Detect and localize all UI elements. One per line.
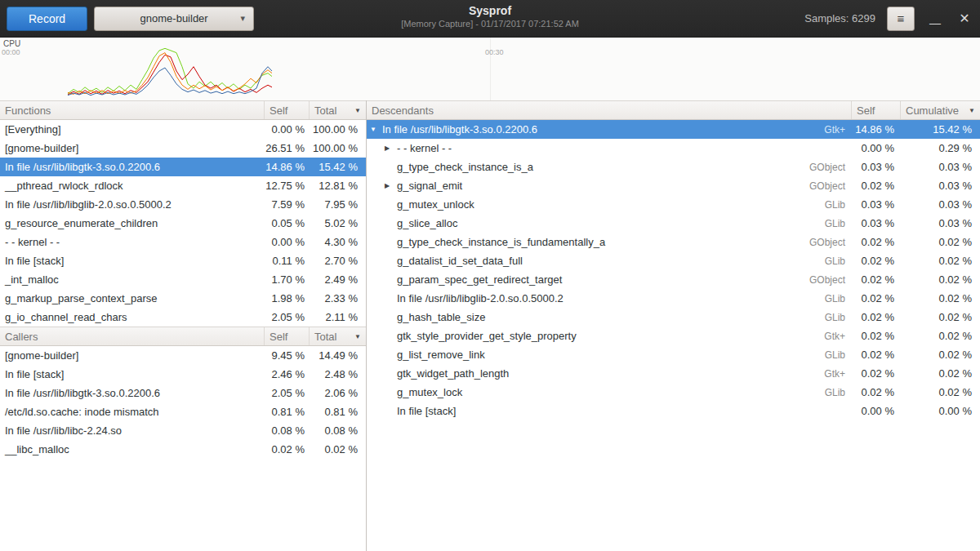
sort-indicator-icon: ▼ [354, 107, 361, 114]
expander-collapsed-icon[interactable]: ▶ [385, 182, 397, 189]
minimize-button[interactable]: — [926, 8, 944, 29]
callers-table-row[interactable]: [gnome-builder]9.45 %14.49 % [0, 346, 366, 365]
expander-collapsed-icon[interactable]: ▶ [385, 144, 397, 152]
cumulative-percent: 0.03 % [901, 180, 980, 192]
descendants-table-row[interactable]: g_mutex_lockGLib0.02 %0.02 % [367, 383, 980, 402]
library-tag: GLib [795, 387, 852, 398]
callers-table-row[interactable]: In file /usr/lib/libgtk-3.so.0.2200.62.0… [0, 384, 366, 402]
chevron-down-icon: ▾ [241, 13, 246, 24]
functions-table-row[interactable]: In file /usr/lib/libglib-2.0.so.0.5000.2… [0, 195, 366, 214]
self-percent: 14.86 % [265, 161, 310, 173]
descendants-table-row[interactable]: g_datalist_id_set_data_fullGLib0.02 %0.0… [367, 251, 980, 270]
cpu-usage-chart [0, 38, 980, 100]
descendants-table-row[interactable]: In file [stack]0.00 %0.00 % [367, 402, 980, 420]
functions-table-row[interactable]: g_io_channel_read_chars2.05 %2.11 % [0, 308, 366, 327]
descendant-name: ▼In file /usr/lib/libgtk-3.so.0.2200.6 [367, 123, 795, 136]
descendant-name: gtk_widget_path_length [367, 367, 795, 380]
callers-table-row[interactable]: In file /usr/lib/libc-2.24.so0.08 %0.08 … [0, 421, 366, 440]
process-selector-dropdown[interactable]: gnome-builder ▾ [94, 7, 254, 31]
self-percent: 2.46 % [265, 368, 310, 380]
function-name: __pthread_rwlock_rdlock [0, 180, 265, 192]
self-percent: 12.75 % [265, 180, 310, 192]
column-header-self[interactable]: Self [265, 327, 310, 345]
library-tag: GLib [795, 199, 852, 211]
descendants-table-row[interactable]: ▼In file /usr/lib/libgtk-3.so.0.2200.6Gt… [367, 120, 980, 139]
library-tag: GLib [795, 256, 852, 267]
menu-button[interactable]: ≡ [887, 7, 915, 31]
descendants-table-row[interactable]: gtk_style_provider_get_style_propertyGtk… [367, 327, 980, 345]
sort-indicator-icon: ▼ [354, 333, 361, 340]
descendants-table-row[interactable]: g_type_check_instance_is_fundamentally_a… [367, 233, 980, 251]
self-percent: 0.00 % [265, 236, 310, 248]
function-name: In file /usr/lib/libgtk-3.so.0.2200.6 [0, 387, 265, 399]
function-name: g_io_channel_read_chars [0, 311, 265, 323]
callers-table-row[interactable]: __libc_malloc0.02 %0.02 % [0, 440, 366, 459]
descendants-table-row[interactable]: g_type_check_instance_is_aGObject0.03 %0… [367, 158, 980, 176]
library-tag: GObject [795, 274, 852, 286]
function-name: g_type_check_instance_is_fundamentally_a [397, 236, 605, 248]
headerbar: Record gnome-builder ▾ Sysprof [Memory C… [0, 0, 980, 38]
cpu-usage-graph[interactable]: CPU 00:00 00:30 [0, 38, 980, 100]
descendant-name: g_type_check_instance_is_fundamentally_a [367, 236, 795, 248]
expander-expanded-icon[interactable]: ▼ [370, 126, 382, 133]
total-percent: 5.02 % [310, 217, 366, 229]
callers-table-row[interactable]: In file [stack]2.46 %2.48 % [0, 365, 366, 384]
cumulative-percent: 0.03 % [901, 198, 980, 211]
functions-table-row[interactable]: __pthread_rwlock_rdlock12.75 %12.81 % [0, 176, 366, 195]
descendants-table-row[interactable]: ▶- - kernel - -0.00 %0.29 % [367, 139, 980, 158]
column-header-functions[interactable]: Functions [0, 101, 265, 119]
library-tag: Gtk+ [795, 331, 852, 342]
descendant-name: gtk_style_provider_get_style_property [367, 330, 795, 342]
descendants-table-row[interactable]: ▶g_signal_emitGObject0.02 %0.03 % [367, 176, 980, 195]
close-button[interactable]: ✕ [956, 11, 973, 26]
record-button[interactable]: Record [7, 7, 87, 31]
function-name: /etc/ld.so.cache: inode mismatch [0, 406, 265, 418]
descendants-table-row[interactable]: g_param_spec_get_redirect_targetGObject0… [367, 270, 980, 289]
self-percent: 2.05 % [265, 311, 310, 323]
cumulative-percent: 0.02 % [901, 311, 980, 323]
functions-table-row[interactable]: In file /usr/lib/libgtk-3.so.0.2200.614.… [0, 158, 366, 176]
column-header-total[interactable]: Total ▼ [310, 327, 366, 345]
descendants-table-row[interactable]: g_mutex_unlockGLib0.03 %0.03 % [367, 195, 980, 214]
cumulative-percent: 0.03 % [901, 161, 980, 173]
column-header-self[interactable]: Self [852, 101, 901, 119]
column-header-callers[interactable]: Callers [0, 327, 265, 345]
function-name: - - kernel - - [397, 142, 452, 154]
descendants-table-row[interactable]: In file /usr/lib/libglib-2.0.so.0.5000.2… [367, 289, 980, 308]
functions-table-row[interactable]: [gnome-builder]26.51 %100.00 % [0, 139, 366, 158]
cumulative-percent: 0.02 % [901, 236, 980, 248]
descendant-name: ▶g_signal_emit [367, 180, 795, 192]
descendants-table-row[interactable]: g_hash_table_sizeGLib0.02 %0.02 % [367, 308, 980, 327]
descendant-name: g_param_spec_get_redirect_target [367, 273, 795, 286]
cumulative-percent: 0.02 % [901, 330, 980, 342]
function-name: _int_malloc [0, 273, 265, 286]
total-percent: 2.70 % [310, 255, 366, 267]
descendants-table-row[interactable]: g_list_remove_linkGLib0.02 %0.02 % [367, 345, 980, 364]
close-icon: ✕ [959, 11, 969, 25]
functions-table-row[interactable]: [Everything]0.00 %100.00 % [0, 120, 366, 139]
callers-table-row[interactable]: /etc/ld.so.cache: inode mismatch0.81 %0.… [0, 402, 366, 421]
column-header-total[interactable]: Total ▼ [310, 101, 366, 119]
cumulative-percent: 0.02 % [901, 255, 980, 267]
self-percent: 0.02 % [852, 311, 901, 323]
self-percent: 0.02 % [852, 273, 901, 286]
function-name: g_hash_table_size [397, 311, 485, 323]
column-header-self[interactable]: Self [265, 101, 310, 119]
self-percent: 0.03 % [852, 161, 901, 173]
functions-table-row[interactable]: In file [stack]0.11 %2.70 % [0, 251, 366, 270]
self-percent: 0.11 % [265, 255, 310, 267]
functions-table-row[interactable]: g_resource_enumerate_children0.05 %5.02 … [0, 214, 366, 233]
minimize-icon: — [929, 16, 941, 29]
function-name: g_resource_enumerate_children [0, 217, 265, 229]
functions-table-row[interactable]: g_markup_parse_context_parse1.98 %2.33 % [0, 289, 366, 308]
total-percent: 12.81 % [310, 180, 366, 192]
descendants-table-row[interactable]: g_slice_allocGLib0.03 %0.03 % [367, 214, 980, 233]
column-header-cumulative[interactable]: Cumulative ▼ [901, 101, 980, 119]
function-name: gtk_widget_path_length [397, 367, 509, 380]
functions-table-row[interactable]: - - kernel - -0.00 %4.30 % [0, 233, 366, 251]
functions-table-header: Functions Self Total ▼ [0, 100, 366, 120]
column-header-descendants[interactable]: Descendants [367, 101, 852, 119]
functions-table-row[interactable]: _int_malloc1.70 %2.49 % [0, 270, 366, 289]
library-tag: GLib [795, 312, 852, 323]
descendants-table-row[interactable]: gtk_widget_path_lengthGtk+0.02 %0.02 % [367, 364, 980, 383]
